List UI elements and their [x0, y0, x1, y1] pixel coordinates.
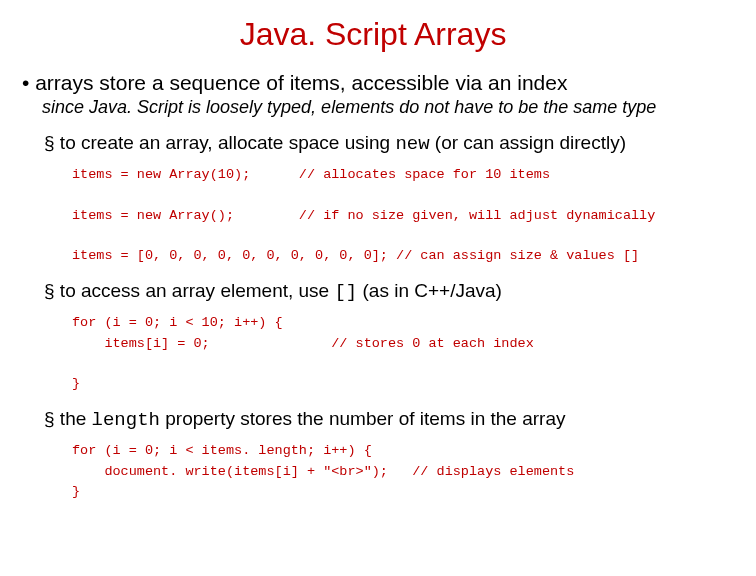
sec1-code: new — [395, 133, 429, 155]
sec3-pre: the — [60, 408, 92, 429]
sec2-post: (as in C++/Java) — [357, 280, 502, 301]
code-block-3: for (i = 0; i < items. length; i++) { do… — [72, 441, 732, 502]
bullet-level2: to create an array, allocate space using… — [44, 132, 732, 155]
slide-body: Java. Script Arrays arrays store a seque… — [0, 0, 756, 520]
sec3-post: property stores the number of items in t… — [160, 408, 566, 429]
code-block-1: items = new Array(10); // allocates spac… — [72, 165, 732, 266]
slide-title: Java. Script Arrays — [14, 16, 732, 53]
sec2-pre: to access an array element, use — [60, 280, 335, 301]
bullet-level2: the length property stores the number of… — [44, 408, 732, 431]
sec3-code: length — [92, 409, 160, 431]
bullet1-subtext: since Java. Script is loosely typed, ele… — [42, 97, 732, 118]
bullet-level1: arrays store a sequence of items, access… — [22, 71, 732, 95]
sec1-post: (or can assign directly) — [430, 132, 626, 153]
bullet1-text: arrays store a sequence of items, access… — [35, 71, 567, 94]
sec2-code: [] — [334, 281, 357, 303]
code-block-2: for (i = 0; i < 10; i++) { items[i] = 0;… — [72, 313, 732, 394]
bullet-level2: to access an array element, use [] (as i… — [44, 280, 732, 303]
sec1-pre: to create an array, allocate space using — [60, 132, 396, 153]
